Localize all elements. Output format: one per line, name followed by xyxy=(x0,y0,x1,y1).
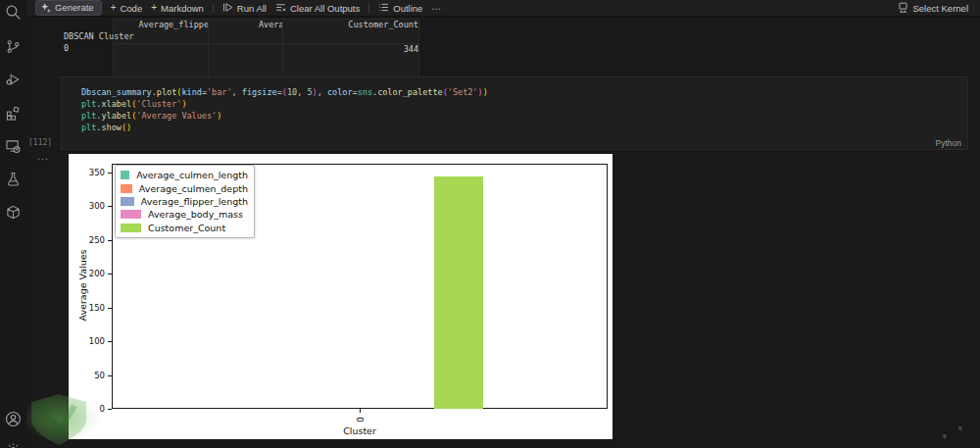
x-tick-category-label: 0 xyxy=(355,417,365,422)
code-token: ) xyxy=(217,111,221,121)
code-token: figsize xyxy=(242,87,277,97)
code-line: plt.ylabel('Average Values') xyxy=(81,110,488,122)
legend-label: Customer_Count xyxy=(148,223,225,233)
code-token: Dbscan_summary xyxy=(81,87,152,97)
output-more-menu[interactable]: ... xyxy=(37,150,49,162)
remote-explorer-icon[interactable] xyxy=(3,136,23,156)
legend-label: Average_culmen_length xyxy=(136,170,248,180)
code-token: 'Cluster' xyxy=(136,99,181,109)
chart-output: Average Values Cluster Average_culmen_le… xyxy=(69,154,612,439)
code-token: plt xyxy=(81,111,96,121)
code-token: color xyxy=(327,87,353,97)
shield-watermark xyxy=(27,394,90,445)
search-icon[interactable] xyxy=(3,2,23,22)
y-tick-mark xyxy=(108,308,112,309)
cell-language-picker[interactable]: Python xyxy=(936,138,961,148)
legend-swatch xyxy=(121,184,132,193)
code-token: plot xyxy=(157,87,176,97)
code-line: plt.show() xyxy=(81,122,488,133)
run-and-debug-icon[interactable] xyxy=(3,70,23,89)
activity-bar xyxy=(0,0,26,448)
legend-item: Average_body_mass xyxy=(121,208,248,221)
bar-customer_count xyxy=(434,176,484,409)
legend-item: Average_culmen_length xyxy=(121,169,248,181)
legend-label: Average_body_mass xyxy=(148,209,243,220)
code-token: 'Average Values' xyxy=(136,111,217,121)
y-tick-label: 200 xyxy=(75,269,105,278)
table-row-index: 0 xyxy=(64,43,69,53)
legend-swatch xyxy=(121,210,141,219)
code-token: ) xyxy=(126,123,131,132)
package-icon[interactable] xyxy=(3,202,23,222)
legend-label: Average_culmen_depth xyxy=(139,183,248,194)
code-token: 10 xyxy=(287,87,297,97)
table-index-label: DBSCAN Cluster xyxy=(64,31,134,41)
code-token: , xyxy=(318,87,327,97)
code-token: plt xyxy=(81,123,96,132)
y-tick-label: 250 xyxy=(75,235,105,245)
code-line: Dbscan_summary.plot(kind='bar', figsize=… xyxy=(81,86,488,98)
settings-gear-icon[interactable] xyxy=(3,439,23,448)
y-tick-label: 300 xyxy=(75,201,105,211)
y-tick-mark xyxy=(108,409,112,410)
code-token: color_palette xyxy=(377,87,443,97)
y-tick-label: 350 xyxy=(75,168,105,177)
code-cell[interactable]: Dbscan_summary.plot(kind='bar', figsize=… xyxy=(61,76,968,150)
legend-swatch xyxy=(121,171,129,179)
legend-item: Average_flipper_length xyxy=(121,195,248,208)
y-tick-mark xyxy=(108,206,112,207)
code-token: ) xyxy=(181,99,186,109)
testing-beaker-icon[interactable] xyxy=(3,169,23,188)
dataframe-output: Average_flipper_lengthAverage_body_massC… xyxy=(0,0,980,59)
code-token: , xyxy=(297,87,307,97)
source-control-icon[interactable] xyxy=(3,36,23,56)
y-tick-label: 100 xyxy=(75,336,105,346)
code-token: show xyxy=(101,123,121,132)
legend-label: Average_flipper_length xyxy=(141,196,248,207)
code-token: , xyxy=(232,87,242,97)
code-token: 'Set2' xyxy=(448,87,478,97)
legend-item: Average_culmen_depth xyxy=(121,181,248,194)
x-tick-mark xyxy=(360,409,361,413)
legend-item: Customer_Count xyxy=(121,222,248,234)
legend-swatch xyxy=(121,197,134,206)
code-token: xlabel xyxy=(101,99,131,109)
code-token: plt xyxy=(81,99,96,109)
chart-legend: Average_culmen_lengthAverage_culmen_dept… xyxy=(115,165,255,238)
code-line: plt.xlabel('Cluster') xyxy=(81,98,488,110)
y-tick-mark xyxy=(108,240,112,241)
chart-x-axis-label: Cluster xyxy=(330,425,389,436)
code-token: kind xyxy=(181,87,201,97)
y-tick-mark xyxy=(108,341,112,342)
vscode-notebook-window: Generate + Code + Markdown Run All Clear… xyxy=(0,0,980,448)
code-token: ) xyxy=(483,87,488,97)
legend-swatch xyxy=(121,224,141,232)
code-token: sns xyxy=(358,87,372,97)
account-icon[interactable] xyxy=(3,409,23,428)
y-tick-label: 150 xyxy=(75,303,105,313)
y-tick-label: 50 xyxy=(75,371,105,380)
code-token: ylabel xyxy=(101,111,131,121)
y-tick-mark xyxy=(108,375,112,376)
y-tick-mark xyxy=(108,274,112,274)
scroll-indicator-icons[interactable]: ▾ ▾ xyxy=(942,424,962,440)
execution-count: [112] xyxy=(28,138,52,147)
chevron-down-icon[interactable]: ▾ xyxy=(942,432,947,440)
code-token: 'bar' xyxy=(207,87,232,97)
extensions-icon[interactable] xyxy=(3,103,23,123)
y-tick-mark xyxy=(108,173,112,174)
code-editor[interactable]: Dbscan_summary.plot(kind='bar', figsize=… xyxy=(81,86,488,133)
